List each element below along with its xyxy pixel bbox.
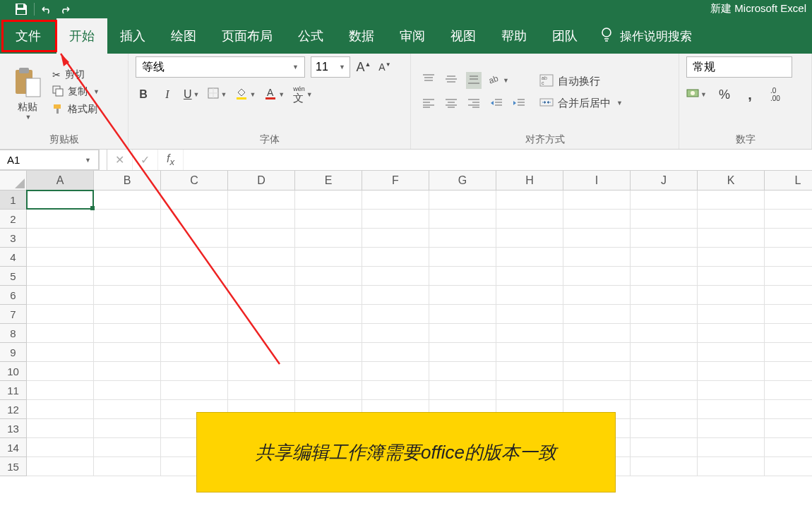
cell[interactable]	[27, 286, 94, 305]
cell[interactable]	[496, 248, 563, 267]
cell[interactable]	[563, 362, 631, 381]
cell[interactable]	[295, 190, 362, 210]
cell[interactable]	[496, 381, 563, 400]
cell[interactable]	[362, 190, 429, 210]
cell[interactable]	[631, 362, 698, 381]
column-header[interactable]: G	[429, 171, 496, 190]
cell[interactable]	[362, 324, 429, 343]
cell[interactable]	[94, 457, 161, 476]
row-header[interactable]: 13	[0, 419, 27, 438]
cell[interactable]	[631, 229, 698, 248]
cell[interactable]	[429, 324, 496, 343]
cell[interactable]	[429, 248, 496, 267]
cell[interactable]	[496, 305, 563, 324]
cell[interactable]	[563, 267, 631, 286]
cell[interactable]	[161, 457, 228, 476]
cell[interactable]	[496, 190, 563, 210]
cell[interactable]	[563, 305, 631, 324]
cell[interactable]	[228, 362, 295, 381]
cell[interactable]	[698, 267, 765, 286]
cell[interactable]	[429, 190, 496, 210]
cell[interactable]	[496, 286, 563, 305]
row-header[interactable]: 11	[0, 381, 27, 400]
align-bottom-button[interactable]	[466, 72, 482, 89]
cell[interactable]	[295, 457, 362, 476]
cell[interactable]	[295, 362, 362, 381]
cell[interactable]	[94, 438, 161, 457]
tab-review[interactable]: 审阅	[387, 18, 438, 54]
cell[interactable]	[698, 286, 765, 305]
cell[interactable]	[94, 381, 161, 400]
cell[interactable]	[563, 343, 631, 362]
cell[interactable]	[228, 438, 295, 457]
cell[interactable]	[496, 210, 563, 229]
row-header[interactable]: 8	[0, 324, 27, 343]
cell[interactable]	[295, 267, 362, 286]
insert-function-button[interactable]: fx	[158, 150, 184, 170]
cell[interactable]	[94, 190, 161, 210]
cell[interactable]	[27, 267, 94, 286]
cell[interactable]	[496, 229, 563, 248]
cell[interactable]	[362, 362, 429, 381]
wrap-text-button[interactable]: abc 自动换行	[539, 74, 623, 89]
cell[interactable]	[496, 362, 563, 381]
cell[interactable]	[563, 248, 631, 267]
column-header[interactable]: I	[563, 171, 631, 190]
cell[interactable]	[295, 210, 362, 229]
cell[interactable]	[94, 286, 161, 305]
cell[interactable]	[698, 438, 765, 457]
cell[interactable]	[362, 229, 429, 248]
number-format-combo[interactable]: 常规	[686, 56, 792, 78]
cell[interactable]	[765, 229, 812, 248]
tab-draw[interactable]: 绘图	[158, 18, 209, 54]
cell[interactable]	[27, 210, 94, 229]
cell[interactable]	[27, 229, 94, 248]
cell[interactable]	[631, 210, 698, 229]
cell[interactable]	[94, 267, 161, 286]
cancel-formula-button[interactable]: ✕	[107, 150, 133, 170]
cell[interactable]	[94, 248, 161, 267]
enter-formula-button[interactable]: ✓	[133, 150, 158, 170]
cell[interactable]	[698, 400, 765, 419]
cell[interactable]	[295, 438, 362, 457]
font-color-button[interactable]: A▼	[264, 86, 285, 103]
cell[interactable]	[563, 419, 631, 438]
cell[interactable]	[27, 248, 94, 267]
cell[interactable]	[362, 457, 429, 476]
row-header[interactable]: 9	[0, 343, 27, 362]
cell[interactable]	[631, 305, 698, 324]
column-header[interactable]: C	[161, 171, 228, 190]
row-header[interactable]: 2	[0, 210, 27, 229]
align-left-button[interactable]	[421, 96, 436, 113]
copy-button[interactable]: 复制▼	[52, 85, 100, 99]
cell[interactable]	[362, 400, 429, 419]
cell[interactable]	[228, 324, 295, 343]
cell[interactable]	[631, 343, 698, 362]
cell[interactable]	[94, 362, 161, 381]
cell[interactable]	[698, 190, 765, 210]
cell[interactable]	[496, 343, 563, 362]
align-right-button[interactable]	[466, 96, 482, 113]
comma-style-button[interactable]: ,	[742, 86, 758, 103]
cell[interactable]	[161, 267, 228, 286]
row-header[interactable]: 14	[0, 438, 27, 457]
row-header[interactable]: 6	[0, 286, 27, 305]
cell[interactable]	[362, 438, 429, 457]
underline-button[interactable]: U▼	[184, 86, 199, 103]
bold-button[interactable]: B	[136, 86, 151, 103]
cell[interactable]	[563, 457, 631, 476]
cell[interactable]	[161, 248, 228, 267]
phonetic-guide-button[interactable]: wén文▼	[293, 86, 312, 103]
undo-icon[interactable]	[40, 4, 53, 14]
merge-center-button[interactable]: 合并后居中▼	[539, 96, 623, 111]
cell[interactable]	[161, 324, 228, 343]
cell[interactable]	[228, 457, 295, 476]
column-header[interactable]: F	[362, 171, 429, 190]
cell[interactable]	[563, 400, 631, 419]
cell[interactable]	[362, 210, 429, 229]
cell[interactable]	[631, 419, 698, 438]
cell[interactable]	[496, 419, 563, 438]
cell[interactable]	[765, 267, 812, 286]
decrease-indent-button[interactable]	[489, 96, 504, 113]
cell[interactable]	[765, 457, 812, 476]
